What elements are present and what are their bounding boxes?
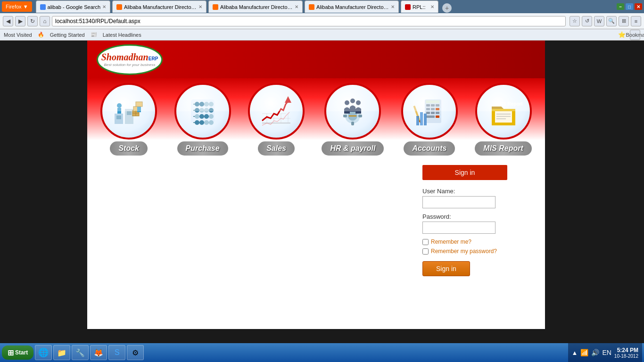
svg-point-48 (345, 100, 349, 105)
home-button[interactable]: ⌂ (40, 16, 50, 26)
svg-rect-12 (136, 102, 142, 107)
remember-password-group: Remember my password? (422, 248, 536, 255)
minimize-button[interactable]: – (617, 3, 624, 10)
svg-rect-58 (436, 108, 439, 110)
svg-rect-55 (436, 104, 439, 107)
star-icon[interactable]: ☆ (570, 16, 580, 26)
wi-icon[interactable]: W (594, 16, 604, 26)
svg-rect-61 (436, 112, 439, 114)
refresh-icon[interactable]: ↺ (582, 16, 592, 26)
sales-circle (248, 83, 305, 140)
tab-close[interactable]: ✕ (389, 4, 395, 9)
tab-close[interactable]: ✕ (429, 4, 434, 9)
tab-alibaba2[interactable]: Alibaba Manufacturer Directory ... ✕ (208, 0, 303, 13)
svg-rect-3 (127, 111, 132, 115)
svg-marker-41 (285, 96, 291, 103)
svg-rect-52 (425, 99, 441, 123)
remember-password-checkbox[interactable] (422, 248, 429, 255)
maximize-button[interactable]: □ (626, 3, 633, 10)
svg-rect-46 (343, 115, 347, 117)
tab-favicon (213, 4, 218, 10)
logo-tagline: Best solution for your business (104, 63, 156, 67)
stock-label: Stock (118, 144, 139, 152)
tab-close[interactable]: ✕ (100, 4, 106, 9)
settings-icon[interactable]: ⊞ (619, 16, 629, 26)
username-input[interactable] (422, 196, 495, 208)
taskbar-folder[interactable]: 📁 (53, 345, 70, 360)
svg-rect-45 (351, 122, 354, 125)
navigation-bar: ◀ ▶ ↻ ⌂ ☆ ↺ W 🔍 ⊞ ≡ (0, 13, 644, 29)
svg-point-33 (209, 120, 214, 125)
svg-point-25 (195, 114, 199, 119)
logo-erp: ERP (149, 56, 158, 61)
module-stock[interactable]: Stock (100, 83, 157, 156)
taskbar-app2[interactable]: ⚙ (127, 345, 144, 360)
tray-volume[interactable]: 🔊 (591, 349, 599, 356)
password-label: Password: (422, 213, 536, 220)
tab-google[interactable]: alibab - Google Search ✕ (36, 0, 111, 13)
tab-close[interactable]: ✕ (293, 4, 298, 9)
taskbar-skype[interactable]: S (108, 345, 125, 360)
close-button[interactable]: ✕ (635, 3, 642, 10)
back-button[interactable]: ◀ (3, 16, 13, 26)
search-icon[interactable]: 🔍 (606, 16, 617, 26)
svg-point-27 (204, 114, 209, 119)
svg-point-23 (209, 108, 214, 113)
module-sales[interactable]: Sales (248, 83, 305, 156)
start-button[interactable]: ⊞ Start (2, 346, 33, 360)
tray-up-arrow[interactable]: ▲ (572, 349, 578, 356)
tab-favicon (40, 4, 46, 10)
signin-button[interactable]: Sign in (422, 261, 470, 276)
svg-point-30 (195, 120, 199, 125)
module-mis[interactable]: MIS Report MIS Report (475, 83, 531, 156)
clock[interactable]: 5:24 PM 10-18-2012 (614, 347, 638, 359)
module-purchase[interactable]: Purchase (174, 83, 231, 156)
svg-rect-56 (426, 108, 430, 110)
tray-lang[interactable]: EN (602, 349, 611, 356)
sales-label-bg: Sales (258, 141, 295, 156)
reload-button[interactable]: ↻ (27, 16, 38, 26)
stock-circle (100, 83, 157, 140)
tab-label: RPL:: (413, 4, 426, 10)
bookmark-most-visited[interactable]: Most Visited (4, 32, 32, 38)
modules-section: Stock (87, 78, 545, 156)
system-tray: ▲ 📶 🔊 EN 5:24 PM 10-18-2012 (568, 343, 642, 362)
svg-rect-69 (424, 114, 427, 125)
menu-icon[interactable]: ≡ (631, 16, 641, 26)
tab-close[interactable]: ✕ (197, 4, 202, 9)
password-group: Password: (422, 213, 536, 234)
new-tab-button[interactable]: + (442, 3, 452, 13)
svg-point-32 (204, 120, 209, 125)
taskbar-ie[interactable]: 🌐 (35, 345, 52, 360)
app-header: Shomadhan ERP Best solution for your bus… (87, 41, 545, 78)
password-input[interactable] (422, 222, 495, 234)
svg-rect-54 (431, 104, 435, 107)
bookmark-latest-headlines[interactable]: Latest Headlines (103, 32, 141, 38)
address-bar[interactable] (52, 16, 566, 26)
taskbar-app1[interactable]: 🦊 (90, 345, 107, 360)
module-accounts[interactable]: Accounts (401, 83, 458, 156)
firefox-menu[interactable]: Firefox ▼ (2, 1, 32, 12)
accounts-icon (411, 92, 448, 130)
tab-rpl[interactable]: RPL:: ✕ (401, 0, 438, 13)
remember-me-label[interactable]: Remember me? (431, 239, 471, 245)
tab-alibaba3[interactable]: Alibaba Manufacturer Directory ... ✕ (305, 0, 399, 13)
bookmarks-icon[interactable]: ⭐ Bookmarks (630, 30, 640, 40)
svg-point-26 (199, 114, 204, 119)
svg-point-50 (356, 100, 361, 105)
svg-point-20 (195, 108, 199, 113)
tray-network[interactable]: 📶 (580, 349, 588, 356)
tab-alibaba1[interactable]: Alibaba Manufacturer Directory ... ✕ (112, 0, 206, 13)
svg-rect-47 (358, 115, 362, 117)
remember-password-label[interactable]: Remember my password? (431, 248, 497, 255)
svg-rect-5 (117, 108, 121, 114)
taskbar-tools[interactable]: 🔧 (72, 345, 89, 360)
remember-me-checkbox[interactable] (422, 239, 429, 245)
module-hr[interactable]: HR & payroll (322, 83, 384, 156)
svg-rect-63 (436, 115, 439, 118)
forward-button[interactable]: ▶ (15, 16, 25, 26)
bookmark-getting-started[interactable]: Getting Started (50, 32, 85, 38)
svg-rect-70 (495, 111, 512, 123)
svg-point-4 (117, 103, 122, 108)
svg-point-31 (199, 120, 204, 125)
